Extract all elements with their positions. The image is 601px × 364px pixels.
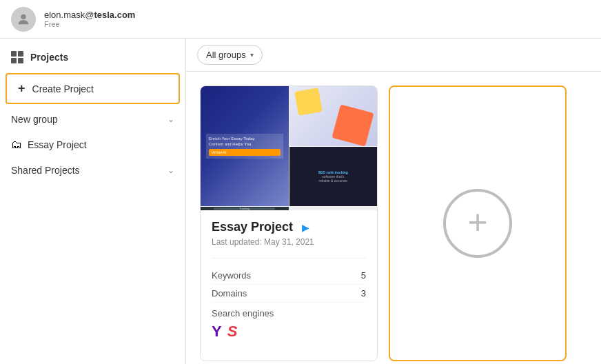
thumb-2 [289,86,378,146]
plus-icon: + [18,81,26,96]
content-area: All groups ▾ Enrich Your Essay Today.Con… [186,39,601,364]
search-engines-icons: Y S [212,323,366,341]
search-engines-row: Search engines Y S [212,308,366,341]
folder-icon: 🗂 [11,139,22,151]
chevron-down-icon: ⌄ [167,114,174,124]
projects-grid: Enrich Your Essay Today.Content and Help… [186,72,601,364]
search-engines-label: Search engines [212,308,366,318]
sidebar-projects-label: Projects [30,52,68,63]
svg-point-0 [21,14,26,19]
avatar [11,7,36,32]
sidebar-projects-header[interactable]: Projects [0,44,185,70]
stat-row-domains: Domains 3 [212,285,366,303]
project-thumbnail: Enrich Your Essay Today.Content and Help… [201,86,377,210]
dropdown-arrow-icon: ▾ [250,51,254,59]
sidebar-item-label: New group [11,114,162,125]
all-groups-label: All groups [206,50,246,60]
project-card-body: Essay Project ▶ Last updated: May 31, 20… [201,210,377,361]
add-project-card[interactable]: + [389,85,567,361]
top-bar: elon.mask@tesla.com Free [0,0,601,39]
project-card-essay[interactable]: Enrich Your Essay Today.Content and Help… [200,85,378,361]
project-date: Last updated: May 31, 2021 [212,237,366,247]
sidebar-item-label: Essay Project [28,139,174,150]
stat-value-domains: 3 [361,288,366,299]
add-icon: + [467,205,487,239]
user-email: elon.mask@tesla.com [44,10,135,20]
all-groups-dropdown[interactable]: All groups ▾ [197,45,263,65]
semrush-icon: S [227,323,238,341]
play-icon[interactable]: ▶ [298,221,312,234]
thumb-1: Enrich Your Essay Today.Content and Help… [201,86,289,206]
add-project-circle: + [443,189,512,258]
project-title: Essay Project [212,220,293,234]
filter-bar: All groups ▾ [186,39,601,72]
yahoo-icon: Y [212,323,222,341]
create-project-label: Create Project [32,83,94,94]
main-layout: Projects + Create Project New group ⌄ 🗂 … [0,39,601,364]
create-project-button[interactable]: + Create Project [6,73,180,104]
user-info: elon.mask@tesla.com Free [44,10,135,28]
chevron-down-icon: ⌄ [167,165,174,175]
stat-label-keywords: Keywords [212,270,251,281]
grid-icon [11,51,23,63]
thumb-4: Tracking [201,207,289,210]
sidebar-item-label: Shared Projects [11,165,162,176]
sidebar-item-essay-project[interactable]: 🗂 Essay Project [0,132,185,158]
project-title-row: Essay Project ▶ [212,220,366,234]
user-plan: Free [44,20,135,28]
stat-row-keywords: Keywords 5 [212,267,366,285]
sidebar-item-new-group[interactable]: New group ⌄ [0,107,185,132]
stat-value-keywords: 5 [361,270,366,281]
project-stats: Keywords 5 Domains 3 Search engines Y S [212,258,366,341]
stat-label-domains: Domains [212,288,247,299]
sidebar: Projects + Create Project New group ⌄ 🗂 … [0,39,186,364]
sidebar-item-shared-projects[interactable]: Shared Projects ⌄ [0,158,185,183]
thumb-3: SEO rank tracking software that'sreliabl… [289,147,378,207]
